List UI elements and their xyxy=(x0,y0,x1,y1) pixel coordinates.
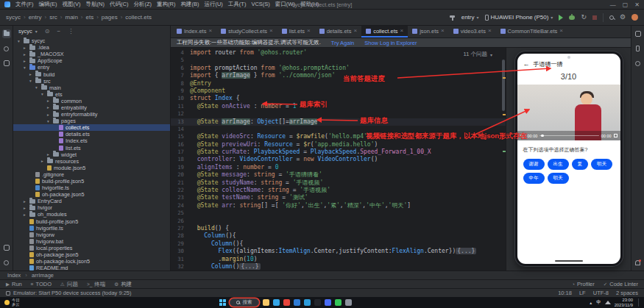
maximize-button[interactable]: ▢ xyxy=(623,1,629,8)
close-button[interactable]: ✕ xyxy=(634,1,640,8)
breadcrumb-item[interactable]: pages xyxy=(102,14,118,21)
tree-item[interactable]: ▸hvigor xyxy=(13,204,170,211)
tree-item[interactable]: hvigorfile.ts xyxy=(13,225,170,232)
tree-item[interactable]: README.md xyxy=(13,265,170,271)
breadcrumb-item[interactable]: sycyc xyxy=(6,14,21,21)
answer-option-button[interactable]: 明天 xyxy=(591,159,612,170)
device-manager-tool-button[interactable] xyxy=(634,44,643,53)
deveco-studio-icon[interactable] xyxy=(325,299,331,306)
menu-item[interactable]: 视图(V) xyxy=(63,1,81,8)
start-button[interactable] xyxy=(219,299,226,306)
chevron-right-icon[interactable]: ▸ xyxy=(46,105,51,110)
tree-item[interactable]: ▸_MACOSX xyxy=(13,51,170,57)
chevron-right-icon[interactable]: ▸ xyxy=(22,206,27,210)
tree-item[interactable]: collect.ets xyxy=(13,124,170,131)
tree-item[interactable]: ▸oh_modules xyxy=(13,211,170,218)
close-icon[interactable]: × xyxy=(353,28,357,34)
status-widget[interactable]: 10:18 xyxy=(558,290,572,296)
tree-item[interactable]: ▸common xyxy=(13,98,170,104)
show-log-link[interactable]: Show Log in Explorer xyxy=(364,40,417,46)
status-widget[interactable]: LF xyxy=(579,290,586,296)
chevron-down-icon[interactable]: ▾ xyxy=(46,119,51,123)
close-icon[interactable]: × xyxy=(307,28,311,34)
tree-item[interactable]: ▸EntryCard xyxy=(13,198,170,204)
chevron-down-icon[interactable]: ▾ xyxy=(35,29,38,34)
gradle-tool-button[interactable] xyxy=(634,59,643,68)
code-editor[interactable]: 4import router from '@ohos.router'56impo… xyxy=(171,48,506,271)
answer-option-button[interactable]: 谢谢 xyxy=(523,159,545,170)
tree-item[interactable]: .gitignore xyxy=(13,171,170,178)
menu-item[interactable]: 分析(Z) xyxy=(133,1,152,8)
ime-indicator[interactable]: 中 xyxy=(596,299,601,306)
answer-option-button[interactable]: 出生 xyxy=(548,159,569,170)
back-arrow-icon[interactable]: ← xyxy=(523,61,530,68)
answer-option-button[interactable]: 明天 xyxy=(548,173,569,184)
toolwindow-terminal[interactable]: >_终端 xyxy=(87,281,105,288)
tree-item[interactable]: Index.ets xyxy=(13,137,170,144)
toolwindow-problems[interactable]: ⚠问题 xyxy=(60,281,78,288)
minimize-button[interactable]: — xyxy=(610,1,616,8)
chevron-right-icon[interactable]: ▸ xyxy=(28,72,33,76)
debug-button[interactable] xyxy=(569,15,575,20)
edge-browser-icon[interactable] xyxy=(273,299,280,306)
terminal-app-icon[interactable] xyxy=(314,299,321,306)
video-progress-bar[interactable] xyxy=(539,135,598,137)
tree-item[interactable]: local.properties xyxy=(13,245,170,251)
tree-item[interactable]: ▸AppScope xyxy=(13,57,170,64)
chevron-right-icon[interactable]: ▸ xyxy=(22,59,27,63)
tree-item[interactable]: ▸resources xyxy=(13,158,170,165)
avatar[interactable] xyxy=(631,14,638,21)
tree-item[interactable]: details.ets xyxy=(13,131,170,137)
fullscreen-icon[interactable] xyxy=(614,134,618,137)
menu-item[interactable]: VCS(S) xyxy=(251,1,269,8)
tree-item[interactable]: ▾sycyc xyxy=(13,37,170,44)
menu-item[interactable]: 运行(U) xyxy=(204,1,222,8)
settings-gear-icon[interactable]: ⚙ xyxy=(620,14,626,21)
toolwindow-build[interactable]: ⚙构建 xyxy=(114,281,132,288)
breadcrumb-item[interactable]: src xyxy=(49,14,57,21)
tree-item[interactable]: hvigorw xyxy=(13,232,170,238)
show-desktop-button[interactable] xyxy=(638,298,640,307)
search-icon[interactable] xyxy=(609,15,614,20)
tree-item[interactable]: ▾ets xyxy=(13,91,170,98)
tab-collect-ets[interactable]: collect.ets× xyxy=(361,26,408,37)
chevron-right-icon[interactable]: ▸ xyxy=(22,199,27,204)
tab-details-ets[interactable]: details.ets× xyxy=(315,26,361,37)
tab-studycollect-ets[interactable]: studyCollect.ets× xyxy=(216,26,277,37)
status-widget[interactable]: 2 spaces xyxy=(616,290,638,296)
tree-item[interactable]: build-profile.json5 xyxy=(13,178,170,185)
menu-item[interactable]: 代码(C) xyxy=(110,1,128,8)
menu-item[interactable]: 文件(F) xyxy=(15,1,34,8)
chevron-down-icon[interactable]: ▾ xyxy=(16,39,21,43)
tab-json-ets[interactable]: json.ets× xyxy=(408,26,449,37)
tab-list-ets[interactable]: list.ets× xyxy=(277,26,315,37)
tree-item[interactable]: ▸.idea xyxy=(13,44,170,51)
answer-option-button[interactable]: 复 xyxy=(572,159,589,170)
breadcrumb-item[interactable]: entry xyxy=(29,14,42,21)
toolwindow-todo[interactable]: ≡TODO xyxy=(31,281,52,288)
tree-item[interactable]: oh-package.json5 xyxy=(13,191,170,198)
commit-tool-button[interactable] xyxy=(2,44,11,53)
breadcrumb-item[interactable]: main xyxy=(65,14,77,21)
file-explorer-icon[interactable] xyxy=(263,299,269,306)
chevron-right-icon[interactable]: ▸ xyxy=(46,99,51,103)
toolwindow-profiler[interactable]: ◔Profiler xyxy=(572,281,595,287)
panel-options-icon[interactable]: ⋮ xyxy=(68,28,74,35)
tree-item[interactable]: ▾src xyxy=(13,78,170,85)
tree-item[interactable]: ▾main xyxy=(13,85,170,91)
notifications-tool-button[interactable] xyxy=(634,258,643,267)
services-tool-button[interactable] xyxy=(2,243,11,252)
tree-item[interactable]: ▾pages xyxy=(13,118,170,124)
previewer-tool-button[interactable] xyxy=(634,29,643,38)
close-icon[interactable]: × xyxy=(488,28,492,34)
status-widget[interactable]: UTF-8 xyxy=(593,290,609,296)
editor-scrollbar[interactable] xyxy=(502,60,505,111)
tree-item[interactable]: oh-package-lock.json5 xyxy=(13,258,170,265)
locate-file-icon[interactable]: ⊙ xyxy=(45,28,50,35)
vscode-icon[interactable] xyxy=(304,299,311,306)
module-select[interactable]: entry ▾ xyxy=(461,14,479,21)
tree-item[interactable]: hvigorw.bat xyxy=(13,238,170,245)
collapse-all-icon[interactable]: − xyxy=(57,28,60,35)
menu-item[interactable]: 重构(R) xyxy=(157,1,175,8)
restart-button[interactable]: ↻ xyxy=(581,14,587,21)
